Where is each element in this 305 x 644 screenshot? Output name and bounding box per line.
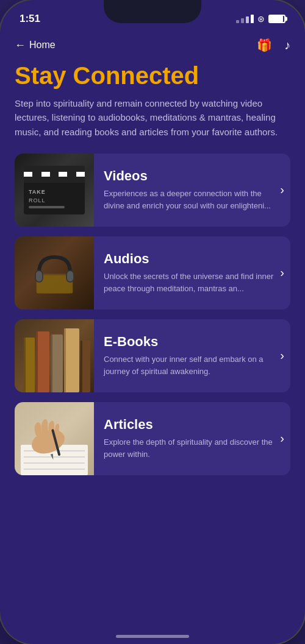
music-icon[interactable]: ♪ [284,38,290,52]
signal-icon [236,15,254,23]
articles-image-placeholder [15,402,94,475]
svg-rect-11 [51,334,52,392]
videos-chevron-icon: › [280,183,284,197]
videos-card-text-content: Videos Experiences as a deeper connectio… [104,168,275,211]
ebooks-chevron-icon: › [280,349,284,363]
ebooks-card-text-content: E-Books Connect with your inner self and… [104,334,275,377]
audios-card-text-area: Audios Unlock the secrets of the univers… [94,236,290,310]
svg-rect-8 [36,331,49,392]
svg-rect-5 [66,271,73,281]
audios-card-title: Audios [104,251,275,267]
nav-action-icons: 🎁 ♪ [257,38,290,52]
videos-card-desc: Experiences as a deeper connection with … [104,188,275,211]
articles-card-text-content: Articles Explore the depth of spirituali… [104,417,275,460]
back-label: Home [29,40,56,51]
wifi-icon: ⊛ [257,14,265,24]
videos-card-text-area: Videos Experiences as a deeper connectio… [94,154,290,227]
articles-card[interactable]: Articles Explore the depth of spirituali… [15,402,290,475]
phone-frame: 1:51 ⊛ ← Home 🎁 ♪ Stay Connected Step [0,0,305,644]
headphones-icon [29,247,81,299]
ebooks-card-desc: Connect with your inner self and embark … [104,353,275,377]
status-time: 1:51 [20,13,40,25]
page-description: Step into spirituality and remain connec… [15,96,290,139]
videos-card-title: Videos [104,168,275,184]
svg-rect-9 [36,331,38,392]
battery-icon [268,15,285,23]
articles-card-title: Articles [104,417,275,433]
videos-card-image: TAKE ROLL [15,154,94,227]
ebooks-card-title: E-Books [104,334,275,350]
svg-rect-15 [81,341,82,392]
audios-card-text-content: Audios Unlock the secrets of the univers… [104,251,275,294]
audios-card[interactable]: Audios Unlock the secrets of the univers… [15,236,290,310]
svg-rect-1 [39,274,70,293]
gift-icon[interactable]: 🎁 [257,38,272,52]
ebooks-image-placeholder [15,319,94,392]
articles-chevron-icon: › [280,431,284,445]
page-title: Stay Connected [15,62,290,89]
articles-card-desc: Explore the depth of spirituality and di… [104,436,275,460]
ebooks-card[interactable]: E-Books Connect with your inner self and… [15,319,290,392]
nav-bar: ← Home 🎁 ♪ [0,33,305,57]
clapperboard-icon: TAKE ROLL [24,166,85,214]
books-stack-icon [15,319,94,392]
audios-card-desc: Unlock the secrets of the universe and f… [104,271,275,294]
audios-chevron-icon: › [280,266,284,280]
svg-rect-3 [35,271,41,281]
back-button[interactable]: ← Home [15,39,56,52]
audios-card-image [15,236,94,310]
videos-image-placeholder: TAKE ROLL [15,154,94,227]
ebooks-card-text-area: E-Books Connect with your inner self and… [94,319,290,392]
articles-card-image [15,402,94,475]
svg-rect-12 [64,328,79,392]
back-arrow-icon: ← [15,39,26,52]
notch [104,0,201,23]
svg-rect-13 [64,328,66,392]
status-icons: ⊛ [236,14,285,24]
ebooks-card-image [15,319,94,392]
home-indicator [116,635,189,638]
writing-hand-icon [15,402,94,475]
articles-card-text-area: Articles Explore the depth of spirituali… [94,402,290,475]
videos-card[interactable]: TAKE ROLL Videos Experiences as a deeper… [15,154,290,227]
main-content: Stay Connected Step into spirituality an… [0,57,305,634]
audios-image-placeholder [15,236,94,310]
svg-rect-7 [24,338,26,392]
